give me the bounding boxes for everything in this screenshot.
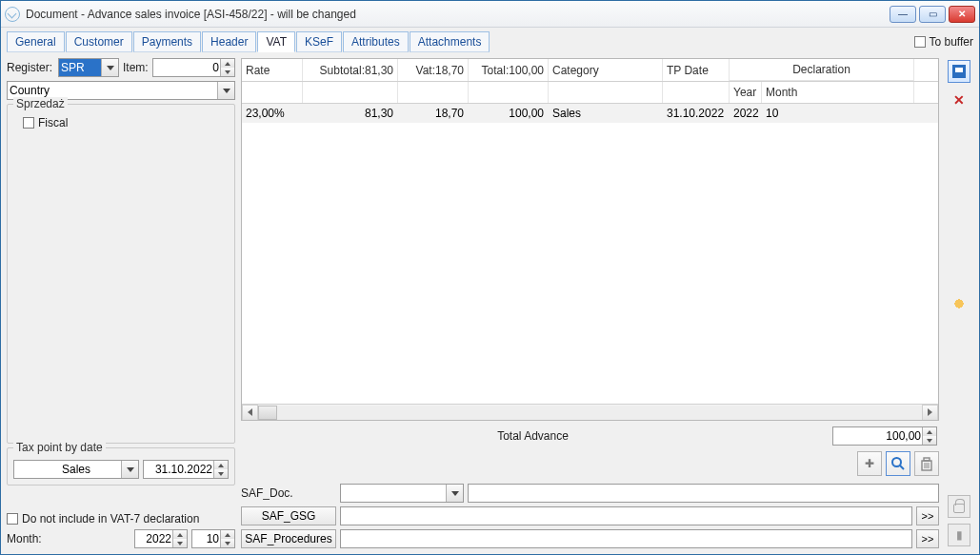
register-select[interactable]: SPR: [58, 58, 119, 77]
col-total[interactable]: Total:100,00: [469, 59, 549, 81]
tax-point-legend: Tax point by date: [13, 441, 106, 454]
tab-vat[interactable]: VAT: [257, 31, 295, 52]
pin-button[interactable]: ▮: [948, 524, 970, 546]
spin-down-icon[interactable]: [922, 436, 936, 445]
grid-hscrollbar[interactable]: [242, 404, 938, 420]
app-icon: [5, 7, 20, 22]
tab-attributes[interactable]: Attributes: [343, 31, 409, 52]
vat-grid[interactable]: Rate Subtotal:81,30 Vat:18,70 Total:100,…: [241, 58, 939, 421]
saf-gsg-button[interactable]: SAF_GSG: [241, 506, 336, 525]
cell-subtotal: 81,30: [303, 104, 398, 123]
decl-year-value: 2022: [146, 532, 171, 545]
vat-center-panel: Rate Subtotal:81,30 Vat:18,70 Total:100,…: [241, 58, 939, 548]
checkbox-icon: [7, 513, 18, 525]
col-tpdate[interactable]: TP Date: [663, 59, 730, 81]
cell-year: 2022: [730, 104, 762, 123]
cell-month: 10: [762, 104, 914, 123]
chevron-down-icon: [217, 82, 234, 99]
col-category[interactable]: Category: [549, 59, 663, 81]
tab-attachments[interactable]: Attachments: [410, 31, 490, 52]
item-label: Item:: [123, 61, 149, 74]
spin-down-icon[interactable]: [220, 539, 234, 547]
floppy-icon: [952, 65, 966, 78]
total-advance-value: 100,00: [886, 429, 921, 443]
checkbox-icon: [23, 117, 34, 129]
scroll-right-icon[interactable]: [922, 405, 938, 421]
col-subtotal[interactable]: Subtotal:81,30: [303, 59, 398, 81]
spin-down-icon[interactable]: [213, 469, 228, 478]
register-value: SPR: [61, 61, 85, 74]
delete-button[interactable]: [914, 451, 939, 476]
scroll-left-icon[interactable]: [242, 405, 258, 421]
saf-gsg-expand-button[interactable]: >>: [916, 506, 939, 525]
tab-customer[interactable]: Customer: [66, 31, 132, 52]
titlebar: Document - Advance sales invoice [ASI-45…: [1, 1, 979, 28]
close-icon: ✕: [953, 92, 965, 108]
grid-body: 23,00% 81,30 18,70 100,00 Sales 31.10.20…: [242, 104, 938, 404]
save-button[interactable]: [948, 60, 970, 83]
month-label: Month:: [7, 532, 130, 545]
decl-month-value: 10: [207, 532, 219, 545]
tab-bar: General Customer Payments Header VAT KSe…: [1, 28, 979, 52]
tax-point-date-input[interactable]: 31.10.2022: [143, 460, 229, 479]
total-advance-input[interactable]: 100,00: [832, 426, 937, 446]
spin-up-icon[interactable]: [213, 461, 228, 469]
fiscal-checkbox[interactable]: Fiscal: [23, 116, 229, 129]
saf-procedures-expand-button[interactable]: >>: [916, 529, 939, 548]
spin-up-icon[interactable]: [220, 59, 234, 68]
item-spinner[interactable]: 0: [152, 58, 235, 77]
col-rate[interactable]: Rate: [242, 59, 303, 81]
window-title: Document - Advance sales invoice [ASI-45…: [26, 8, 890, 21]
tab-header[interactable]: Header: [202, 31, 256, 52]
no-vat7-checkbox[interactable]: Do not include in VAT-7 declaration: [7, 512, 235, 525]
lock-button[interactable]: [948, 495, 970, 518]
register-label: Register:: [7, 61, 54, 74]
tax-point-type-value: Sales: [62, 463, 90, 476]
tab-general[interactable]: General: [7, 31, 65, 52]
window-maximize-button[interactable]: ▭: [919, 6, 946, 23]
spin-down-icon[interactable]: [172, 539, 187, 547]
decl-year-input[interactable]: 2022: [134, 529, 188, 548]
saf-procedures-button[interactable]: SAF_Procedures: [241, 529, 336, 548]
tax-point-type-select[interactable]: Sales: [13, 460, 139, 479]
spin-up-icon[interactable]: [172, 530, 187, 539]
tab-payments[interactable]: Payments: [133, 31, 201, 52]
fiscal-label: Fiscal: [38, 116, 68, 129]
saf-gsg-input[interactable]: [340, 506, 912, 525]
svg-rect-3: [924, 458, 930, 461]
to-buffer-label: To buffer: [930, 35, 973, 49]
chevron-down-icon: [121, 461, 138, 478]
add-button[interactable]: ✚: [857, 451, 882, 476]
cancel-button[interactable]: ✕: [953, 89, 965, 111]
to-buffer-checkbox[interactable]: To buffer: [914, 35, 973, 49]
tab-ksef[interactable]: KSeF: [296, 31, 342, 52]
app-window: Document - Advance sales invoice [ASI-45…: [0, 0, 980, 555]
magnifier-icon: [890, 456, 906, 471]
checkbox-icon: [914, 36, 926, 48]
window-minimize-button[interactable]: —: [890, 6, 916, 23]
scroll-thumb[interactable]: [258, 406, 277, 420]
spin-up-icon[interactable]: [922, 427, 936, 436]
grid-row[interactable]: 23,00% 81,30 18,70 100,00 Sales 31.10.20…: [242, 104, 938, 123]
col-declaration[interactable]: Declaration: [730, 59, 914, 81]
sales-group: Sprzedaż Fiscal: [7, 104, 235, 444]
cell-tpdate: 31.10.2022: [663, 104, 730, 123]
tax-point-group: Tax point by date Sales 31.10.2022: [7, 447, 235, 486]
saf-procedures-input[interactable]: [340, 529, 912, 548]
lock-open-icon: [953, 504, 965, 513]
col-month[interactable]: Month: [762, 82, 914, 103]
contact-button[interactable]: [951, 296, 967, 311]
col-year[interactable]: Year: [730, 82, 762, 103]
preview-button[interactable]: [886, 451, 910, 476]
window-close-button[interactable]: ✕: [949, 6, 975, 23]
no-vat7-label: Do not include in VAT-7 declaration: [22, 512, 199, 525]
saf-doc-input[interactable]: [468, 484, 939, 503]
scroll-track[interactable]: [258, 406, 922, 420]
spin-up-icon[interactable]: [220, 530, 234, 539]
decl-month-input[interactable]: 10: [191, 529, 235, 548]
saf-doc-select[interactable]: [340, 484, 464, 503]
col-vat[interactable]: Vat:18,70: [398, 59, 469, 81]
pin-icon: ▮: [956, 528, 963, 542]
grid-header: Rate Subtotal:81,30 Vat:18,70 Total:100,…: [242, 59, 938, 104]
spin-down-icon[interactable]: [220, 68, 234, 76]
